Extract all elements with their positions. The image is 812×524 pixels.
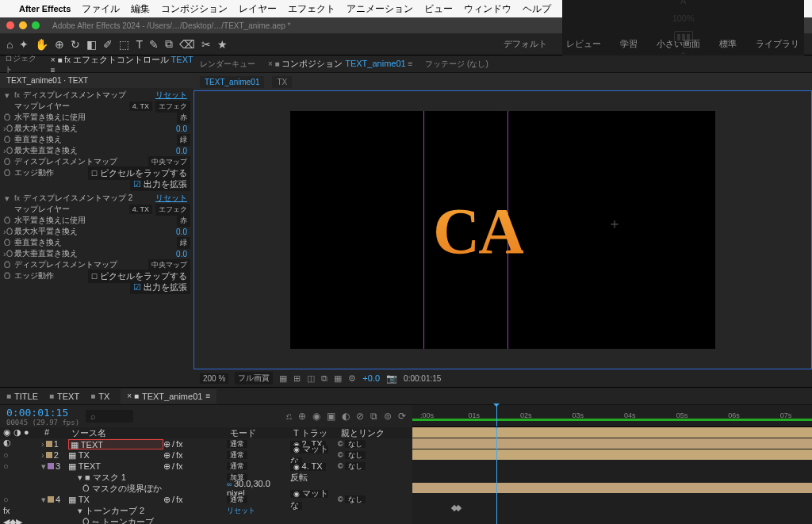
tab-footage[interactable]: フッテージ (なし)	[425, 59, 488, 70]
tl-icon-7[interactable]: ⊜	[384, 411, 392, 422]
menu-view[interactable]: ビュー	[424, 2, 453, 16]
layer-search[interactable]	[86, 410, 133, 423]
viewer-icon-1[interactable]: ⊞	[293, 373, 301, 384]
keyframe-2[interactable]	[455, 505, 462, 511]
layer-row-3[interactable]: ○ ▾3 ▦ TEXT ⊕/fx 通常 ◉ 4. TX © なし	[0, 461, 412, 472]
tl-tab-title[interactable]: ■ TITLE	[6, 392, 38, 401]
status-a-icon: A	[680, 0, 686, 6]
comp-breadcrumb-2[interactable]: TX	[272, 76, 292, 88]
fx2-reset[interactable]: リセット	[155, 193, 190, 204]
fx2-name[interactable]: ディスプレイスメントマップ 2	[23, 193, 152, 204]
tl-tab-anime[interactable]: × ■ TEXT_anime01 ≡	[121, 389, 216, 404]
fx1-maxh-value[interactable]: 0.0	[176, 124, 190, 133]
menu-help[interactable]: ヘルプ	[523, 2, 551, 16]
workspace-default[interactable]: デフォルト	[497, 38, 553, 50]
puppet-tool[interactable]: ★	[217, 38, 228, 51]
tl-icon-8[interactable]: ⟳	[398, 411, 406, 422]
text-tool[interactable]: T	[136, 38, 143, 51]
layer-row-2[interactable]: ○ ›2 ▦ TX ⊕/fx 通常 ◉ マットな © なし	[0, 449, 412, 461]
fx1-maxv-value[interactable]: 0.0	[176, 147, 190, 155]
tab-effect-controls[interactable]: × ■ fx エフェクトコントロール TEXT ≡	[51, 54, 193, 75]
menu-animation[interactable]: アニメーション	[347, 2, 413, 16]
viewer-icon-0[interactable]: ▦	[279, 373, 287, 384]
viewer-icon-5[interactable]: ⚙	[348, 373, 356, 384]
zoom-tool[interactable]: ⊕	[55, 38, 64, 51]
menu-file[interactable]: ファイル	[82, 2, 120, 16]
menu-composition[interactable]: コンポジション	[161, 2, 228, 16]
camera-tool[interactable]: ◧	[86, 38, 97, 51]
playhead[interactable]	[496, 405, 497, 426]
current-timecode[interactable]: 0:00:01:15	[6, 407, 79, 419]
menu-effect[interactable]: エフェクト	[288, 2, 335, 16]
tab-project[interactable]: ロジェクト	[5, 53, 43, 75]
rotate-tool[interactable]: ↻	[71, 38, 80, 51]
time-ruler[interactable]: :00s 01s 02s 03s 04s 05s 06s 07s	[412, 405, 812, 427]
menu-edit[interactable]: 編集	[131, 2, 150, 16]
layer-row-4[interactable]: ○ ▾4 ▦ TX ⊕/fx 通常 ◉ マットな © なし	[0, 494, 412, 505]
tl-icon-5[interactable]: ⊘	[356, 411, 364, 422]
close-icon[interactable]	[6, 21, 14, 29]
fx1-reset[interactable]: リセット	[155, 90, 190, 101]
pen-tool[interactable]: ✐	[103, 38, 113, 51]
tl-tab-text[interactable]: ■ TEXT	[49, 392, 79, 401]
frame-fps: 00045 (29.97 fps)	[6, 419, 79, 426]
tl-icon-4[interactable]: ◐	[342, 411, 350, 422]
menu-window[interactable]: ウィンドウ	[464, 2, 511, 16]
layer-mask-feather-row[interactable]: Ö マスクの境界ぼかし ∞ 30.0,30.0 pixel	[0, 483, 412, 494]
tl-tab-tx[interactable]: ■ TX	[90, 392, 109, 401]
comp-viewer[interactable]: CA ＋	[193, 90, 812, 369]
layer-bar-1[interactable]	[412, 427, 812, 438]
layer-mask-row[interactable]: ▾ ■ マスク 1 加算 反転	[0, 472, 412, 483]
quality-dropdown[interactable]: フル画質	[235, 372, 273, 384]
workspace-learn[interactable]: 学習	[614, 38, 644, 50]
workspace-library[interactable]: ライブラリ	[749, 38, 806, 50]
fx1-name[interactable]: ディスプレイスメントマップ	[23, 90, 152, 101]
comp-breadcrumb[interactable]: TEXT_anime01	[200, 76, 264, 88]
timeline-bars[interactable]	[412, 427, 812, 524]
menu-layer[interactable]: レイヤー	[239, 2, 277, 16]
home-tool[interactable]: ⌂	[6, 38, 13, 51]
canvas[interactable]: CA ＋	[290, 111, 715, 349]
shape-tool[interactable]: ⬚	[119, 38, 129, 51]
tl-icon-2[interactable]: ◉	[312, 411, 320, 422]
maximize-icon[interactable]	[32, 21, 40, 29]
col-switches: ◉ ◑ ● ◐	[0, 427, 41, 438]
workspace-review[interactable]: レビュー	[560, 38, 607, 50]
layer-bar-4[interactable]	[412, 483, 812, 493]
snapshot-icon[interactable]: 📷	[386, 373, 397, 384]
eraser-tool[interactable]: ⌫	[179, 38, 195, 51]
fx1-maplayer-value[interactable]: 4. TX	[129, 101, 152, 111]
selection-tool[interactable]: ✦	[19, 38, 29, 51]
viewer-timecode[interactable]: 0:00:01:15	[404, 374, 441, 383]
layer-bar-3[interactable]	[412, 449, 812, 460]
layer-tonecurve-row[interactable]: fx ▾ トーンカーブ 2 リセット	[0, 505, 412, 516]
layer-bar-2[interactable]	[412, 438, 812, 449]
tab-composition[interactable]: × ■ コンポジション TEXT_anime01 ≡	[268, 58, 412, 70]
tl-icon-6[interactable]: ⧉	[370, 411, 377, 422]
fx1-horiz-value[interactable]: 赤	[177, 112, 190, 124]
timeline-panel: ■ TITLE ■ TEXT ■ TX × ■ TEXT_anime01 ≡ 0…	[0, 387, 812, 524]
viewer-icon-4[interactable]: ▦	[334, 373, 342, 384]
workspace-small[interactable]: 小さい画面	[650, 38, 707, 50]
layer-row-1[interactable]: ○ ›1 ▦ TEXT ⊕/fx 通常 ◉ 2. TX © なし	[0, 438, 412, 449]
fx1-maxh-label: 最大水平置き換え	[14, 123, 173, 134]
minimize-icon[interactable]	[19, 21, 27, 29]
tl-icon-1[interactable]: ⊕	[298, 411, 306, 422]
zoom-dropdown[interactable]: 200 %	[200, 373, 228, 384]
fx1-maplayer-ref[interactable]: エフェク	[155, 101, 190, 113]
tab-render-queue[interactable]: レンダーキュー	[200, 59, 255, 70]
brush-tool[interactable]: ✎	[149, 38, 159, 51]
tl-icon-3[interactable]: ▣	[327, 411, 335, 422]
clone-tool[interactable]: ⧉	[165, 37, 173, 51]
workspace-standard[interactable]: 標準	[713, 38, 743, 50]
viewer-icon-2[interactable]: ◫	[307, 373, 315, 384]
viewer-icon-3[interactable]: ⧉	[321, 373, 327, 384]
hand-tool[interactable]: ✋	[35, 38, 48, 51]
col-parent: 親とリンク	[338, 427, 409, 438]
exposure-value[interactable]: +0.0	[362, 373, 380, 383]
col-source: ソース名	[68, 427, 163, 438]
layer-tonecurve-sub-row[interactable]: ◀◆▶ Ö ⥊ トーンカーブ	[0, 516, 412, 524]
fx1-vert-value[interactable]: 緑	[177, 134, 190, 146]
tl-icon-0[interactable]: ⎌	[286, 411, 292, 422]
roto-tool[interactable]: ✂	[201, 38, 211, 51]
